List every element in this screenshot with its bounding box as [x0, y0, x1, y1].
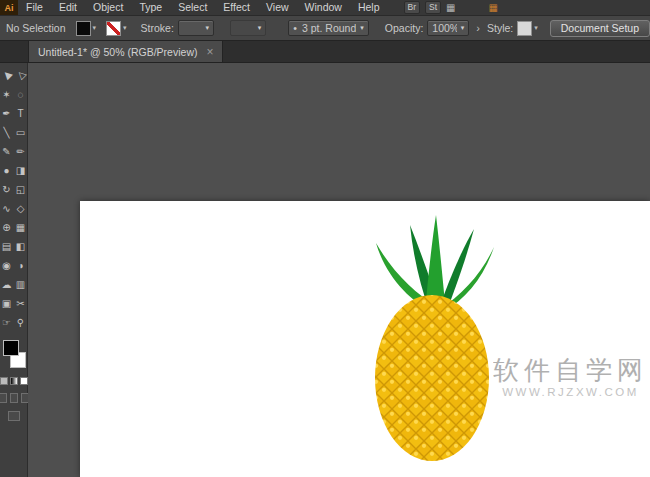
opacity-combo[interactable]: 100% ▾: [427, 20, 469, 36]
direct-selection-tool[interactable]: ▷: [14, 66, 28, 85]
paintbrush-tool[interactable]: ✎: [0, 142, 14, 161]
tab-close-icon[interactable]: ×: [206, 47, 213, 57]
mesh-tool[interactable]: ▤: [0, 237, 14, 256]
shape-builder-tool[interactable]: ⊕: [0, 218, 14, 237]
style-dropdown-arrow[interactable]: ▾: [534, 24, 538, 32]
none-button[interactable]: [20, 377, 28, 385]
zoom-icon: ⚲: [17, 317, 24, 328]
stroke-label: Stroke:: [141, 22, 174, 34]
width-tool[interactable]: ∿: [0, 199, 14, 218]
width-tool-icon: ∿: [2, 203, 10, 214]
lasso-tool[interactable]: ◌: [14, 85, 28, 104]
bridge-button[interactable]: Br: [404, 1, 421, 14]
draw-normal-button[interactable]: [0, 393, 7, 403]
menubar-right-cluster: Br St ▦ ▦: [404, 0, 498, 15]
scale-tool[interactable]: ◱: [14, 180, 28, 199]
paintbrush-icon: ✎: [2, 146, 10, 157]
mesh-icon: ▤: [2, 241, 11, 252]
pineapple-drawing[interactable]: [80, 201, 650, 477]
pasteboard[interactable]: 软件自学网 WWW.RJZXW.COM: [28, 63, 650, 477]
direct-selection-tool-icon: ▷: [14, 69, 27, 82]
free-transform-icon: ◇: [17, 203, 25, 214]
toolbar-fill-swatch[interactable]: [3, 340, 19, 356]
fill-dropdown-arrow[interactable]: ▾: [93, 24, 97, 32]
brush-definition-combo[interactable]: • 3 pt. Round ▾: [288, 20, 369, 36]
menu-window[interactable]: Window: [297, 0, 350, 15]
eraser-tool[interactable]: ◨: [14, 161, 28, 180]
screen-mode-button[interactable]: [8, 411, 20, 421]
menu-type[interactable]: Type: [131, 0, 170, 15]
blend-icon: ◑: [17, 260, 23, 271]
blob-brush-icon: ●: [3, 165, 9, 176]
stroke-width-combo[interactable]: ▾: [178, 20, 214, 36]
zoom-tool[interactable]: ⚲: [14, 313, 28, 332]
draw-behind-button[interactable]: [10, 393, 18, 403]
color-button[interactable]: [0, 377, 8, 385]
pen-tool[interactable]: ✒: [0, 104, 14, 123]
hand-tool[interactable]: ☞: [0, 313, 14, 332]
rectangle-tool[interactable]: ▭: [14, 123, 28, 142]
menu-select[interactable]: Select: [170, 0, 215, 15]
pencil-tool[interactable]: ✏: [14, 142, 28, 161]
column-graph-icon: ▥: [16, 279, 25, 290]
rectangle-icon: ▭: [16, 127, 25, 138]
opacity-value: 100%: [432, 22, 456, 34]
style-swatch[interactable]: [517, 21, 532, 36]
rotate-icon: ↻: [2, 184, 10, 195]
symbol-sprayer-tool[interactable]: ☁: [0, 275, 14, 294]
rotate-tool[interactable]: ↻: [0, 180, 14, 199]
workspace-switcher-icon[interactable]: ▦: [489, 0, 498, 15]
menu-object[interactable]: Object: [85, 0, 131, 15]
stroke-width-combo-arrow: ▾: [206, 24, 210, 32]
pineapple-body: [375, 295, 489, 461]
color-type-buttons: [0, 377, 28, 385]
tools-panel: ▶ ▷ ✶ ◌ ✒ T ╲ ▭ ✎ ✏ ● ◨ ↻ ◱ ∿ ◇ ⊕ ▦ ▤ ◧ …: [0, 63, 28, 477]
artboard[interactable]: 软件自学网 WWW.RJZXW.COM: [80, 201, 650, 477]
perspective-grid-tool[interactable]: ▦: [14, 218, 28, 237]
free-transform-tool[interactable]: ◇: [14, 199, 28, 218]
blob-brush-tool[interactable]: ●: [0, 161, 14, 180]
lasso-icon: ◌: [18, 89, 24, 100]
menu-file[interactable]: File: [18, 0, 51, 15]
fill-stroke-swatches: [1, 340, 27, 372]
magic-wand-tool[interactable]: ✶: [0, 85, 14, 104]
screen-mode-button-row: [8, 411, 20, 421]
style-label: Style:: [487, 22, 513, 34]
eyedropper-icon: ◉: [2, 260, 11, 271]
symbol-sprayer-icon: ☁: [2, 279, 12, 290]
type-tool[interactable]: T: [14, 104, 28, 123]
selection-status: No Selection: [6, 22, 66, 34]
column-graph-tool[interactable]: ▥: [14, 275, 28, 294]
eyedropper-tool[interactable]: ◉: [0, 256, 14, 275]
blend-tool[interactable]: ◑: [14, 256, 28, 275]
selection-tool[interactable]: ▶: [0, 66, 14, 85]
more-options-chevron[interactable]: ›: [476, 22, 480, 34]
artboard-tool-icon: ▣: [2, 298, 11, 309]
menu-help[interactable]: Help: [350, 0, 388, 15]
brush-combo-arrow: ▾: [360, 24, 364, 32]
scale-icon: ◱: [16, 184, 25, 195]
eraser-icon: ◨: [16, 165, 25, 176]
brush-definition-value: 3 pt. Round: [302, 22, 356, 34]
type-icon: T: [17, 108, 23, 119]
gradient-button[interactable]: [10, 377, 18, 385]
fill-color-swatch[interactable]: [76, 21, 91, 36]
stroke-color-swatch[interactable]: [106, 21, 121, 36]
document-setup-button[interactable]: Document Setup: [550, 20, 650, 37]
menu-view[interactable]: View: [258, 0, 297, 15]
document-tab[interactable]: Untitled-1* @ 50% (RGB/Preview) ×: [28, 41, 223, 62]
arrange-documents-icon[interactable]: ▦: [446, 0, 455, 15]
menu-bar: Ai File Edit Object Type Select Effect V…: [0, 0, 650, 16]
slice-tool[interactable]: ✂: [14, 294, 28, 313]
artboard-tool[interactable]: ▣: [0, 294, 14, 313]
stroke-dropdown-arrow[interactable]: ▾: [123, 24, 127, 32]
menu-effect[interactable]: Effect: [215, 0, 258, 15]
gradient-tool[interactable]: ◧: [14, 237, 28, 256]
menu-edit[interactable]: Edit: [51, 0, 85, 15]
stock-button[interactable]: St: [425, 1, 441, 14]
main-area: ▶ ▷ ✶ ◌ ✒ T ╲ ▭ ✎ ✏ ● ◨ ↻ ◱ ∿ ◇ ⊕ ▦ ▤ ◧ …: [0, 63, 650, 477]
line-segment-tool[interactable]: ╲: [0, 123, 14, 142]
shape-builder-icon: ⊕: [2, 222, 10, 233]
slice-icon: ✂: [16, 298, 24, 309]
gradient-icon: ◧: [16, 241, 25, 252]
